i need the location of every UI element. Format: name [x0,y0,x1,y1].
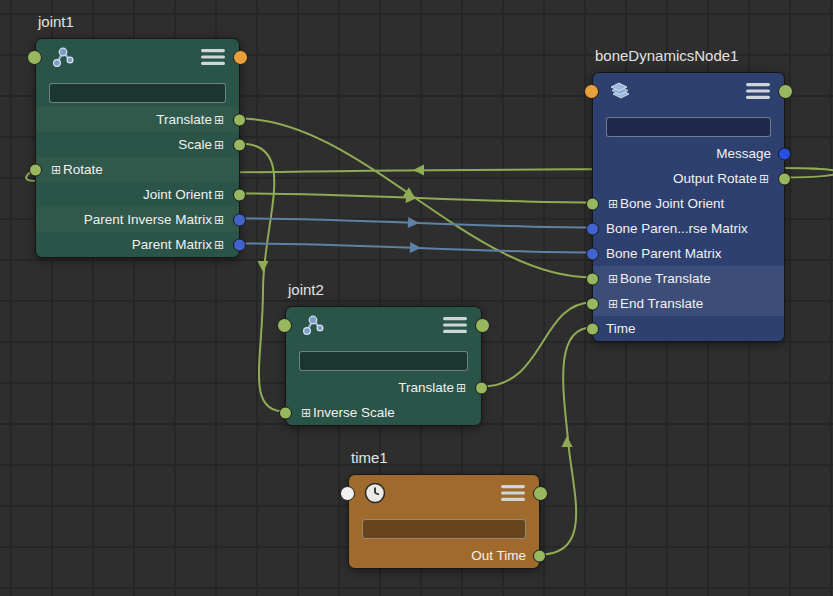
attr-row-translate[interactable]: Translate ⊞ [286,375,481,400]
edge-joint1-translate-to-boneDynamicsNode1-boneTranslate[interactable] [240,119,592,278]
port-out-time[interactable] [533,549,546,562]
port-output-rotate[interactable] [778,172,791,185]
expand-icon[interactable]: ⊞ [759,173,769,185]
joint-icon [50,44,76,74]
port-bone-joint-orient[interactable] [586,197,599,210]
port-node-input[interactable] [27,50,42,65]
attr-row-parent-inverse-matrix[interactable]: Parent Inverse Matrix ⊞ [36,207,239,232]
port-node-output[interactable] [778,84,793,99]
name-field-zone [349,515,539,543]
node-header[interactable] [36,39,239,79]
edge-joint1-jointOrient-to-boneDynamicsNode1-boneJointOrient[interactable] [240,194,592,203]
edge-arrow [413,165,424,176]
node-body[interactable]: Translate ⊞ ⊞ Inverse Scale [285,306,482,426]
edge-joint1-parentMatrix-to-boneDynamicsNode1-boneParentMatrix[interactable] [240,244,592,253]
expand-icon[interactable]: ⊞ [214,214,224,226]
node-title: time1 [351,449,388,466]
port-message[interactable] [778,147,791,160]
expand-icon[interactable]: ⊞ [301,407,311,419]
attr-row-translate[interactable]: Translate ⊞ [36,107,239,132]
attr-row-joint-orient[interactable]: Joint Orient ⊞ [36,182,239,207]
port-node-output[interactable] [533,486,548,501]
node-name-input[interactable] [299,351,468,371]
port-joint-orient[interactable] [233,188,246,201]
port-translate[interactable] [475,381,488,394]
port-bone-parent-inverse-matrix[interactable] [586,222,599,235]
edge-time1-outTime-to-boneDynamicsNode1-time[interactable] [540,328,592,555]
attr-row-end-translate[interactable]: ⊞ End Translate [593,291,784,316]
edge-joint1-parentInverseMatrix-to-boneDynamicsNode1-boneParentInverseMatrix[interactable] [240,219,592,228]
port-node-output[interactable] [475,318,490,333]
expand-icon[interactable]: ⊞ [456,382,466,394]
clock-icon [363,481,387,509]
node-editor-canvas[interactable]: joint1 [0,0,833,596]
attr-row-inverse-scale[interactable]: ⊞ Inverse Scale [286,400,481,425]
port-end-translate[interactable] [586,297,599,310]
node-boneDynamicsNode1[interactable]: boneDynamicsNode1 [592,72,785,342]
port-scale[interactable] [233,138,246,151]
edge-joint1-scale-to-joint2-inverseScale[interactable] [240,144,285,412]
attr-row-rotate[interactable]: ⊞ Rotate [36,157,239,182]
node-time1[interactable]: time1 [348,474,540,569]
node-name-input[interactable] [362,519,526,539]
attr-row-message[interactable]: Message [593,141,784,166]
attr-row-out-time[interactable]: Out Time [349,543,539,568]
edge-arrow [403,187,418,202]
attr-label: Bone Joint Orient [620,196,724,211]
edge-arrow [408,217,420,229]
port-node-input[interactable] [340,486,355,501]
attr-row-bone-parent-matrix[interactable]: Bone Parent Matrix [593,241,784,266]
attr-label: Time [606,321,636,336]
node-title: boneDynamicsNode1 [595,47,738,64]
attr-row-bone-translate[interactable]: ⊞ Bone Translate [593,266,784,291]
node-header[interactable] [349,475,539,515]
expand-icon[interactable]: ⊞ [608,298,618,310]
node-joint1[interactable]: joint1 [35,38,240,258]
node-title: joint1 [38,13,74,30]
edge-arrow [406,192,418,204]
port-parent-matrix[interactable] [233,238,246,251]
port-node-input[interactable] [277,318,292,333]
attr-row-scale[interactable]: Scale ⊞ [36,132,239,157]
expand-icon[interactable]: ⊞ [608,273,618,285]
expand-icon[interactable]: ⊞ [214,239,224,251]
attr-row-time[interactable]: Time [593,316,784,341]
name-field-zone [593,113,784,141]
hamburger-menu-icon[interactable] [443,317,467,337]
attr-row-bone-parent-inverse-matrix[interactable]: Bone Paren...rse Matrix [593,216,784,241]
expand-icon[interactable]: ⊞ [214,189,224,201]
node-body[interactable]: Translate ⊞ Scale ⊞ ⊞ Rotate Joint Orien… [35,38,240,258]
hamburger-menu-icon[interactable] [501,485,525,505]
port-node-output[interactable] [233,50,248,65]
port-rotate[interactable] [29,163,42,176]
port-bone-translate[interactable] [586,272,599,285]
node-body[interactable]: Message Output Rotate ⊞ ⊞ Bone Joint Ori… [592,72,785,342]
node-header[interactable] [593,73,784,113]
attr-row-output-rotate[interactable]: Output Rotate ⊞ [593,166,784,191]
port-node-input[interactable] [584,84,599,99]
port-translate[interactable] [233,113,246,126]
expand-icon[interactable]: ⊞ [214,114,224,126]
port-time[interactable] [586,322,599,335]
edge-joint2-translate-to-boneDynamicsNode1-endTranslate[interactable] [482,303,592,387]
attr-row-parent-matrix[interactable]: Parent Matrix ⊞ [36,232,239,257]
node-name-input[interactable] [606,117,771,137]
hamburger-menu-icon[interactable] [201,49,225,69]
attr-label: Translate [156,112,212,127]
attr-label: Bone Parent Matrix [606,246,722,261]
node-header[interactable] [286,307,481,347]
node-name-input[interactable] [49,83,226,103]
expand-icon[interactable]: ⊞ [608,198,618,210]
port-parent-inverse-matrix[interactable] [233,213,246,226]
port-inverse-scale[interactable] [279,406,292,419]
expand-icon[interactable]: ⊞ [214,139,224,151]
node-body[interactable]: Out Time [348,474,540,569]
edge-arrow [258,261,269,272]
node-joint2[interactable]: joint2 [285,306,482,426]
attr-label: Parent Inverse Matrix [84,212,212,227]
port-bone-parent-matrix[interactable] [586,247,599,260]
joint-icon [300,312,326,342]
expand-icon[interactable]: ⊞ [51,164,61,176]
attr-row-bone-joint-orient[interactable]: ⊞ Bone Joint Orient [593,191,784,216]
hamburger-menu-icon[interactable] [746,83,770,103]
